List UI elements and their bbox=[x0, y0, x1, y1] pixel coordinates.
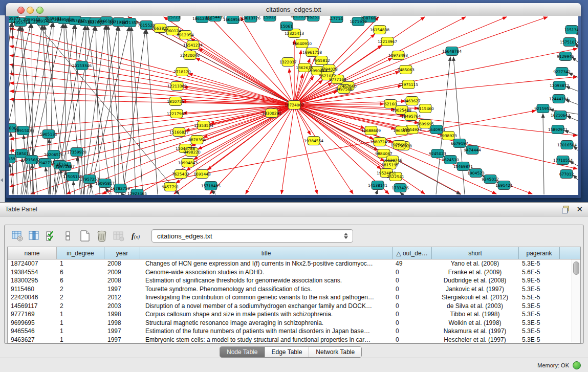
column-header-name[interactable]: name bbox=[8, 247, 57, 259]
cell-short[interactable]: Tibbo et al. (1998) bbox=[432, 310, 519, 319]
network-canvas[interactable]: 1872400776638229960124891295416541234224… bbox=[9, 16, 578, 195]
table-row[interactable]: 2242004622012Investigating the contribut… bbox=[8, 293, 580, 302]
cell-name[interactable]: 22420046 bbox=[8, 293, 57, 302]
tab-edge-table[interactable]: Edge Table bbox=[265, 347, 310, 357]
function-builder-icon[interactable]: f(x) bbox=[129, 229, 142, 243]
cell-year[interactable]: 2009 bbox=[104, 268, 140, 277]
network-window-titlebar[interactable]: citations_edges.txt bbox=[6, 3, 581, 16]
cell-in_degree[interactable]: 1 bbox=[57, 336, 104, 344]
new-document-icon[interactable] bbox=[78, 229, 92, 243]
edge[interactable] bbox=[400, 192, 402, 194]
edge[interactable] bbox=[50, 23, 53, 194]
cell-in_degree[interactable]: 6 bbox=[57, 268, 104, 277]
edge[interactable] bbox=[11, 133, 14, 194]
cell-year[interactable]: 1997 bbox=[104, 336, 140, 344]
cell-title[interactable]: Disruption of a novel member of a sodium… bbox=[140, 302, 393, 311]
cell-in_degree[interactable]: 1 bbox=[57, 327, 104, 336]
cell-short[interactable]: Jankovic et al. (1997) bbox=[432, 285, 519, 294]
cell-name[interactable]: 9115460 bbox=[8, 285, 57, 294]
selected-edge[interactable] bbox=[294, 105, 353, 194]
cell-in_degree[interactable]: 2 bbox=[57, 302, 104, 311]
cell-name[interactable]: 9465546 bbox=[8, 327, 57, 336]
cell-pagerank[interactable]: 5.3E-5 bbox=[519, 319, 560, 327]
table-row[interactable]: 977716911998Corpus callosum shape and si… bbox=[8, 310, 580, 319]
edge[interactable] bbox=[105, 188, 110, 194]
table-mode-icon[interactable] bbox=[11, 229, 24, 243]
cell-out_de[interactable]: 0 bbox=[393, 319, 432, 327]
edge[interactable] bbox=[23, 23, 52, 194]
table-row[interactable]: 1456911722003Disruption of a novel membe… bbox=[8, 302, 580, 311]
column-header-out_de[interactable]: △ out_de… bbox=[393, 247, 432, 259]
cell-short[interactable]: de Silva et al. (2003) bbox=[432, 302, 519, 311]
cell-name[interactable]: 18724007 bbox=[8, 259, 57, 268]
cell-out_de[interactable]: 0 bbox=[393, 285, 432, 294]
cell-year[interactable]: 2008 bbox=[104, 276, 140, 285]
edge[interactable] bbox=[12, 23, 17, 194]
cell-title[interactable]: Tourette syndrome. Phenomenology and cla… bbox=[140, 285, 393, 294]
cell-year[interactable]: 1998 bbox=[104, 319, 140, 327]
cell-in_degree[interactable]: 2 bbox=[57, 285, 104, 294]
cell-title[interactable]: Estimation of the future numbers of pati… bbox=[140, 327, 393, 336]
cell-year[interactable]: 2008 bbox=[104, 259, 140, 268]
edge[interactable] bbox=[46, 167, 49, 194]
edge[interactable] bbox=[376, 190, 378, 194]
edge[interactable] bbox=[211, 190, 216, 194]
cell-name[interactable]: 9777169 bbox=[8, 310, 57, 319]
cell-title[interactable]: Embryonic stem cells: a model to study s… bbox=[140, 336, 393, 344]
show-columns-icon[interactable] bbox=[28, 229, 41, 243]
table-select-dropdown[interactable]: citations_edges.txt bbox=[151, 229, 353, 243]
cell-in_degree[interactable]: 2 bbox=[57, 293, 104, 302]
collapsed-panel-strip[interactable] bbox=[0, 15, 5, 202]
cell-out_de[interactable]: 0 bbox=[393, 293, 432, 302]
cell-out_de[interactable]: 49 bbox=[393, 259, 432, 268]
cell-short[interactable]: Franke et al. (2009) bbox=[432, 268, 519, 277]
delete-trash-icon[interactable] bbox=[95, 229, 108, 243]
selected-edge[interactable] bbox=[289, 69, 294, 105]
column-header-pagerank[interactable]: pagerank bbox=[519, 247, 560, 259]
selected-edge[interactable] bbox=[281, 105, 294, 194]
edge[interactable] bbox=[9, 23, 11, 194]
cell-in_degree[interactable]: 1 bbox=[57, 259, 104, 268]
edge[interactable] bbox=[543, 114, 544, 194]
cell-title[interactable]: Genome-wide association studies in ADHD. bbox=[140, 268, 393, 277]
cell-year[interactable]: 2003 bbox=[104, 302, 140, 311]
selected-edge[interactable] bbox=[138, 105, 294, 194]
edge[interactable] bbox=[87, 27, 118, 194]
table-row[interactable]: 946362711997Embryonic stem cells: a mode… bbox=[8, 336, 580, 344]
cell-title[interactable]: Estimation of significance thresholds fo… bbox=[140, 276, 393, 285]
cell-out_de[interactable]: 0 bbox=[393, 276, 432, 285]
cell-short[interactable]: Dudbridge et al. (2008) bbox=[432, 276, 519, 285]
cell-name[interactable]: 14569117 bbox=[8, 302, 57, 311]
cell-short[interactable]: Yano et al. (2008) bbox=[432, 259, 519, 268]
selected-edge[interactable] bbox=[294, 17, 548, 105]
cell-out_de[interactable]: 0 bbox=[393, 327, 432, 336]
cell-in_degree[interactable]: 1 bbox=[57, 310, 104, 319]
edge[interactable] bbox=[43, 26, 50, 194]
selected-edge[interactable] bbox=[294, 105, 389, 194]
citation-network-graph[interactable]: 1872400776638229960124891295416541234224… bbox=[9, 16, 578, 195]
cell-short[interactable]: Nakamura et al. (1997) bbox=[432, 327, 519, 336]
cell-year[interactable]: 1998 bbox=[104, 310, 140, 319]
edge[interactable] bbox=[132, 27, 143, 194]
selected-edge[interactable] bbox=[191, 38, 294, 105]
tab-node-table[interactable]: Node Table bbox=[220, 347, 265, 357]
cell-name[interactable]: 19384554 bbox=[8, 268, 57, 277]
table-row[interactable]: 911546021997Tourette syndrome. Phenomeno… bbox=[8, 285, 580, 294]
cell-year[interactable]: 1997 bbox=[104, 327, 140, 336]
tab-network-table[interactable]: Network Table bbox=[309, 347, 361, 357]
cell-title[interactable]: Changes of HCN gene expression and I(f) … bbox=[140, 259, 393, 268]
column-header-year[interactable]: year bbox=[104, 247, 140, 259]
column-checklist-icon[interactable] bbox=[45, 229, 58, 243]
scrollbar-thumb[interactable] bbox=[573, 261, 579, 275]
selected-edge[interactable] bbox=[164, 17, 294, 105]
cell-pagerank[interactable]: 5.3E-5 bbox=[519, 336, 560, 344]
cell-pagerank[interactable]: 5.9E-5 bbox=[519, 276, 560, 285]
selected-edge[interactable] bbox=[210, 105, 294, 194]
table-row[interactable]: 1938455462009Genome-wide association stu… bbox=[8, 268, 580, 277]
edge[interactable] bbox=[573, 175, 578, 180]
edge[interactable] bbox=[73, 181, 75, 194]
cell-year[interactable]: 2012 bbox=[104, 293, 140, 302]
cell-short[interactable]: Stergiakouli et al. (2012) bbox=[432, 293, 519, 302]
edge[interactable] bbox=[108, 26, 125, 194]
cell-title[interactable]: Structural magnetic resonance image aver… bbox=[140, 319, 393, 327]
